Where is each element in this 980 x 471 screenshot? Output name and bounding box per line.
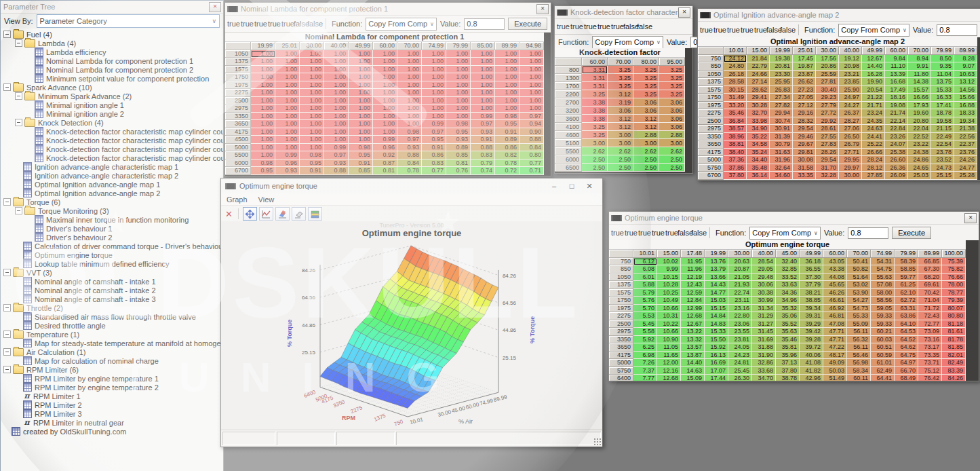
row-header[interactable]: 6700: [698, 172, 724, 180]
map-cell[interactable]: 35.06: [776, 312, 800, 320]
map-cell[interactable]: 1.00: [471, 97, 495, 105]
map-cell[interactable]: 46.81: [823, 312, 847, 320]
tree-item[interactable]: Calculation of driver command torque - D…: [1, 242, 223, 250]
map-cell[interactable]: 22.80: [728, 312, 752, 320]
map-cell[interactable]: 35.63: [776, 328, 800, 336]
map-cell[interactable]: 26.79: [839, 140, 862, 149]
map-cell[interactable]: 1.00: [520, 58, 544, 66]
map-cell[interactable]: 11.04: [931, 71, 954, 79]
map-cell[interactable]: 28.61: [816, 125, 839, 133]
row-header[interactable]: 1050: [225, 50, 251, 58]
map-cell[interactable]: 75.12: [918, 367, 942, 375]
map-cell[interactable]: 2.50: [633, 155, 659, 164]
map-cell[interactable]: 0.79: [471, 159, 495, 168]
collapse-icon[interactable]: [3, 31, 11, 38]
map-cell[interactable]: 3.19: [608, 98, 633, 107]
map-cell[interactable]: 3.12: [608, 123, 633, 131]
map-cell[interactable]: 5.45: [633, 320, 657, 328]
map-cell[interactable]: 1.00: [349, 128, 373, 136]
tree-item[interactable]: Minimum setpoint value for component pro…: [1, 74, 223, 83]
map-cell[interactable]: 47.71: [823, 328, 847, 336]
map-cell[interactable]: 0.93: [397, 144, 422, 152]
map-cell[interactable]: 15.33: [931, 86, 954, 94]
map-cell[interactable]: 1.00: [422, 81, 446, 90]
map-cell[interactable]: 15.92: [705, 343, 728, 352]
row-header[interactable]: 2500: [698, 117, 724, 126]
map-cell[interactable]: 0.87: [373, 159, 397, 168]
map-cell[interactable]: 1.00: [300, 113, 324, 121]
map-cell[interactable]: 1.00: [324, 89, 349, 97]
map-cell[interactable]: 1.00: [324, 66, 349, 74]
map-cell[interactable]: 29.46: [793, 133, 816, 141]
map-cell[interactable]: 1.00: [324, 97, 349, 105]
map-cell[interactable]: 1.00: [324, 73, 349, 81]
col-header[interactable]: 70.00: [847, 250, 871, 258]
map-cell[interactable]: 24.73: [931, 164, 954, 172]
map-cell[interactable]: 0.96: [275, 159, 300, 168]
map-cell[interactable]: 1.00: [471, 66, 495, 74]
tree-item[interactable]: Lookup table minimum defined efficiency: [1, 259, 223, 268]
map-cell[interactable]: 54.31: [871, 258, 895, 266]
map-cell[interactable]: 0.97: [471, 120, 495, 128]
map-cell[interactable]: 27.83: [816, 140, 839, 149]
map-cell[interactable]: 12.16: [657, 367, 681, 375]
map-cell[interactable]: 0.99: [373, 136, 397, 144]
function-dropdown[interactable]: Copy From Comp∨: [366, 18, 437, 31]
map-cell[interactable]: 14.40: [681, 359, 705, 367]
map-cell[interactable]: 64.10: [895, 320, 918, 328]
map-cell[interactable]: 1.00: [495, 73, 520, 81]
row-header[interactable]: 750: [609, 258, 633, 266]
map-cell[interactable]: 3.38: [582, 107, 608, 115]
map-cell[interactable]: 64.75: [895, 352, 918, 360]
map-cell[interactable]: 16.69: [705, 359, 728, 367]
map-cell[interactable]: 0.99: [324, 144, 349, 152]
save-icon[interactable]: true: [558, 22, 568, 32]
map-cell[interactable]: 31.58: [793, 164, 816, 172]
map-cell[interactable]: 27.06: [839, 125, 862, 133]
map-cell[interactable]: 1.00: [300, 144, 324, 152]
map-cell[interactable]: 3.25: [659, 90, 685, 98]
map-cell[interactable]: 11.10: [885, 62, 908, 71]
map-cell[interactable]: 2.62: [659, 147, 685, 155]
map-cell[interactable]: 39.34: [800, 305, 823, 313]
map-cell[interactable]: 24.26: [954, 156, 977, 164]
row-header[interactable]: 1975: [225, 81, 251, 90]
alpha-icon[interactable]: true: [756, 25, 766, 35]
map-cell[interactable]: 17.49: [885, 86, 908, 94]
map-cell[interactable]: 31.90: [752, 352, 776, 360]
map-cell[interactable]: 73.16: [918, 336, 942, 344]
row-header[interactable]: 6000: [225, 159, 251, 168]
map-cell[interactable]: 22.52: [908, 133, 931, 141]
col-header[interactable]: 15.00: [747, 47, 770, 55]
map-cell[interactable]: 0.76: [446, 167, 471, 175]
cut-icon[interactable]: false: [296, 19, 307, 29]
row-header[interactable]: 5100: [555, 139, 582, 147]
map-cell[interactable]: 24.66: [747, 71, 770, 79]
map-cell[interactable]: 38.57: [724, 125, 747, 133]
map-cell[interactable]: 1.00: [251, 136, 275, 144]
map-cell[interactable]: 18.16: [885, 94, 908, 102]
map-cell[interactable]: 24.81: [728, 359, 752, 367]
map-cell[interactable]: 9.35: [931, 62, 954, 71]
map-cell[interactable]: 0.98: [495, 113, 520, 121]
tree-item[interactable]: Map for calculation of nominal charge: [1, 356, 223, 365]
map-cell[interactable]: 30.00: [839, 172, 862, 180]
map-cell[interactable]: 38.40: [724, 149, 747, 157]
map-cell[interactable]: 2.62: [582, 147, 608, 155]
map-cell[interactable]: 15.50: [705, 336, 728, 344]
map-cell[interactable]: 17.41: [931, 102, 954, 110]
menu-graph[interactable]: Graph: [221, 195, 253, 204]
map-cell[interactable]: 25.38: [885, 149, 908, 157]
row-header[interactable]: 850: [698, 62, 724, 71]
map-cell[interactable]: 3.25: [659, 66, 685, 74]
map-cell[interactable]: 19.38: [770, 55, 793, 63]
tree-item[interactable]: Optimum engine torque: [1, 250, 223, 259]
map-cell[interactable]: 37.30: [800, 274, 823, 282]
map-cell[interactable]: 25.15: [931, 172, 954, 180]
map-cell[interactable]: 39.29: [800, 320, 823, 328]
map-cell[interactable]: 12.68: [681, 312, 705, 320]
map-cell[interactable]: 35.52: [776, 320, 800, 328]
map-cell[interactable]: 27.79: [816, 102, 839, 110]
map-cell[interactable]: 0.77: [520, 159, 544, 168]
map-cell[interactable]: 20.98: [839, 62, 862, 71]
